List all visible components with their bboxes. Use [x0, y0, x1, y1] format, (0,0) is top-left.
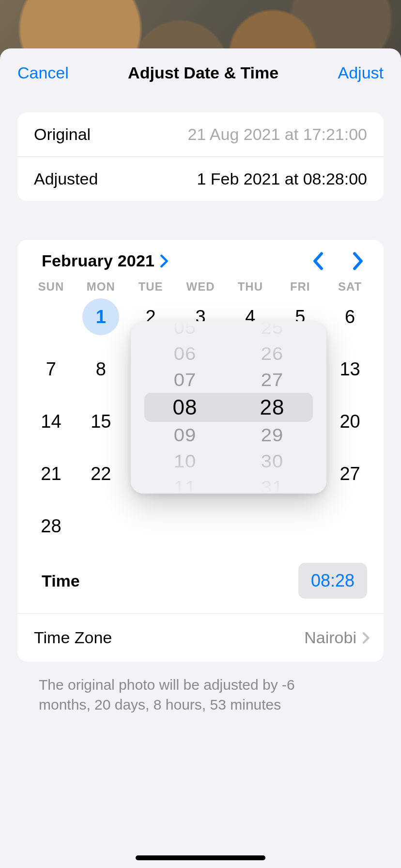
calendar-day[interactable]: 21 [26, 455, 76, 492]
calendar-day[interactable]: 14 [26, 403, 76, 440]
weekday-header: SUNMONTUEWEDTHUFRISAT [17, 275, 384, 296]
weekday-label: SUN [26, 280, 76, 294]
picker-option[interactable]: 05 [158, 321, 212, 340]
calendar-day[interactable]: 22 [76, 455, 126, 492]
weekday-label: WED [176, 280, 226, 294]
hour-wheel[interactable]: 05060708091011 [158, 321, 212, 494]
picker-option[interactable]: 10 [158, 449, 212, 474]
picker-option[interactable]: 28 [246, 393, 299, 422]
calendar-day[interactable]: 6 [325, 298, 375, 335]
calendar-day[interactable]: 8 [76, 351, 126, 388]
picker-option[interactable]: 27 [246, 368, 299, 392]
original-label: Original [34, 125, 91, 144]
sheet-nav: Cancel Adjust Date & Time Adjust [0, 48, 401, 97]
minute-wheel[interactable]: 25262728293031 [246, 321, 299, 494]
chevron-right-icon[interactable] [159, 254, 169, 268]
original-value: 21 Aug 2021 at 17:21:00 [187, 125, 367, 144]
prev-month-button[interactable] [312, 252, 324, 270]
calendar-day[interactable]: 27 [325, 455, 375, 492]
adjusted-value: 1 Feb 2021 at 08:28:00 [197, 170, 367, 188]
picker-option[interactable]: 08 [158, 393, 212, 422]
chevron-right-icon [361, 631, 370, 645]
calendar-day[interactable]: 1 [76, 298, 126, 335]
calendar-day[interactable]: 7 [26, 351, 76, 388]
picker-option[interactable]: 11 [158, 475, 212, 494]
time-value-button[interactable]: 08:28 [298, 563, 367, 599]
calendar-header: February 2021 [17, 240, 384, 275]
timezone-label: Time Zone [34, 628, 112, 647]
weekday-label: MON [76, 280, 126, 294]
weekday-label: SAT [325, 280, 375, 294]
adjusted-row: Adjusted 1 Feb 2021 at 08:28:00 [17, 156, 384, 201]
sheet-title: Adjust Date & Time [128, 63, 278, 82]
picker-option[interactable]: 09 [158, 423, 212, 448]
picker-option[interactable]: 26 [246, 341, 299, 366]
picker-option[interactable]: 07 [158, 368, 212, 392]
time-row: Time 08:28 [17, 554, 384, 613]
weekday-label: FRI [275, 280, 325, 294]
picker-option[interactable]: 06 [158, 341, 212, 366]
timezone-row[interactable]: Time Zone Nairobi [17, 613, 384, 662]
picker-option[interactable]: 29 [246, 423, 299, 448]
calendar-day[interactable]: 15 [76, 403, 126, 440]
calendar-day[interactable]: 28 [26, 508, 76, 544]
picker-option[interactable]: 25 [246, 321, 299, 340]
weekday-label: THU [225, 280, 275, 294]
weekday-label: TUE [126, 280, 176, 294]
picker-option[interactable]: 31 [246, 475, 299, 494]
calendar-card: February 2021 SUNMONTUEWEDTHUFRISAT 1234… [17, 240, 384, 662]
calendar-month-label[interactable]: February 2021 [42, 251, 154, 270]
adjustment-summary: The original photo will be adjusted by -… [0, 662, 329, 714]
next-month-button[interactable] [352, 252, 364, 270]
picker-option[interactable]: 30 [246, 449, 299, 474]
adjust-date-sheet: Cancel Adjust Date & Time Adjust Origina… [0, 48, 401, 868]
cancel-button[interactable]: Cancel [17, 63, 69, 82]
original-row: Original 21 Aug 2021 at 17:21:00 [17, 112, 384, 156]
time-picker-popover: 05060708091011 25262728293031 [131, 321, 326, 494]
date-info-card: Original 21 Aug 2021 at 17:21:00 Adjuste… [17, 112, 384, 201]
calendar-day[interactable]: 13 [325, 351, 375, 388]
adjust-button[interactable]: Adjust [338, 63, 384, 82]
calendar-day[interactable]: 20 [325, 403, 375, 440]
home-indicator[interactable] [136, 855, 265, 860]
time-label: Time [42, 572, 80, 590]
timezone-value: Nairobi [304, 628, 356, 647]
adjusted-label: Adjusted [34, 170, 98, 188]
